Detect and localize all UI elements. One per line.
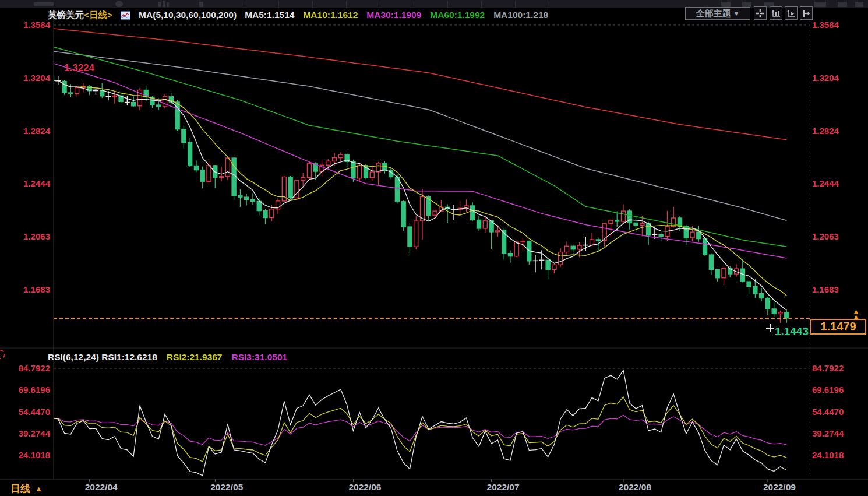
ma-lines-layer [52, 29, 786, 311]
rsi-main-label: RSI(6,12,24) RSI1:12.6218 [48, 352, 157, 363]
svg-text:24.1018: 24.1018 [812, 450, 844, 460]
ma-values-legend: MA5:1.1514MA10:1.1612MA30:1.1909MA60:1.1… [245, 10, 548, 20]
price-rsi-chart[interactable]: 1.35841.35841.32041.32041.28241.28241.24… [0, 0, 868, 496]
svg-text:2022/05: 2022/05 [210, 482, 243, 492]
svg-text:54.4470: 54.4470 [19, 407, 50, 417]
theme-selector-button[interactable]: 全部主题 ▼ [685, 7, 750, 20]
svg-text:39.2744: 39.2744 [812, 428, 844, 438]
arrow-to-right-icon [802, 9, 811, 18]
symbol-title: 英镑美元<日线> [48, 9, 112, 22]
svg-text:1.1683: 1.1683 [23, 284, 50, 294]
svg-text:1.2063: 1.2063 [812, 231, 839, 241]
rsi-legend: RSI(6,12,24) RSI1:12.6218 RSI2:21.9367 R… [48, 351, 287, 363]
axis-labels-layer: 1.35841.35841.32041.32041.28241.28241.24… [19, 20, 844, 492]
svg-text:2022/09: 2022/09 [763, 482, 796, 492]
crosshair-tool-button[interactable] [754, 6, 767, 20]
svg-text:1.3204: 1.3204 [23, 73, 51, 83]
y-axis-scale-button[interactable] [770, 6, 782, 20]
triangle-up-icon: ▲ [35, 484, 43, 493]
crosshair-icon [756, 9, 765, 18]
symbol-period: <日线> [84, 10, 112, 20]
go-to-latest-button[interactable] [800, 6, 813, 20]
ma-legend-item: MA30:1.1909 [366, 10, 421, 20]
svg-text:24.1018: 24.1018 [19, 450, 50, 460]
chart-type-icon[interactable] [121, 11, 130, 20]
rsi-lines-layer [52, 370, 786, 476]
svg-text:1.2063: 1.2063 [23, 231, 50, 241]
ma-legend-item: MA5:1.1514 [245, 10, 294, 20]
symbol-name: 英镑美元 [48, 10, 84, 20]
svg-text:69.6196: 69.6196 [19, 385, 50, 395]
svg-text:1.3204: 1.3204 [812, 73, 839, 83]
session-low-label: 1.1443 [751, 325, 809, 338]
svg-text:1.2824: 1.2824 [812, 126, 839, 136]
trading-app-screen: 1.35841.35841.32041.32041.28241.28241.24… [0, 0, 868, 496]
svg-text:84.7922: 84.7922 [19, 363, 50, 373]
svg-text:1.2444: 1.2444 [23, 178, 51, 188]
ma-legend-item: MA60:1.1992 [430, 10, 485, 20]
period-switcher[interactable]: 日线 ▲ [10, 482, 43, 495]
range-high-label: 1.3224 [64, 62, 94, 74]
doji-cross-marker [766, 324, 774, 332]
auto-scale-button[interactable] [785, 6, 798, 20]
svg-text:2022/06: 2022/06 [348, 482, 381, 492]
rsi3-label: RSI3:31.0501 [232, 352, 288, 363]
period-label: 日线 [10, 482, 30, 495]
ma-group-label: MA(5,10,30,60,100,200) [139, 10, 237, 20]
axis-play-icon [786, 9, 796, 18]
current-price-badge: 1.1479 [810, 319, 866, 335]
svg-text:2022/04: 2022/04 [85, 482, 118, 492]
current-price-line [54, 318, 810, 319]
rsi2-label: RSI2:21.9367 [167, 352, 223, 363]
svg-text:2022/07: 2022/07 [487, 482, 520, 492]
svg-text:39.2744: 39.2744 [19, 428, 51, 438]
ma-legend-item: MA10:1.1612 [303, 10, 358, 20]
theme-selector-label: 全部主题 [696, 8, 731, 19]
svg-text:1.1683: 1.1683 [812, 284, 839, 294]
svg-text:1.2444: 1.2444 [812, 178, 839, 188]
svg-text:84.7922: 84.7922 [812, 363, 844, 373]
svg-text:1.2824: 1.2824 [23, 126, 51, 136]
chart-legend: 英镑美元<日线> MA(5,10,30,60,100,200) MA5:1.15… [48, 9, 548, 22]
svg-text:54.4470: 54.4470 [812, 407, 844, 417]
svg-text:69.6196: 69.6196 [812, 385, 844, 395]
gridlines-layer [54, 21, 810, 478]
axes-frame [0, 9, 868, 479]
svg-text:2022/08: 2022/08 [619, 482, 651, 492]
svg-text:1.3584: 1.3584 [812, 20, 839, 30]
svg-text:1.3584: 1.3584 [23, 20, 51, 30]
axis-scale-up-icon [771, 9, 781, 18]
ma-legend-item: MA100:1.218 [493, 10, 548, 20]
candles-layer [50, 75, 789, 323]
chevron-down-icon: ▼ [733, 10, 740, 17]
